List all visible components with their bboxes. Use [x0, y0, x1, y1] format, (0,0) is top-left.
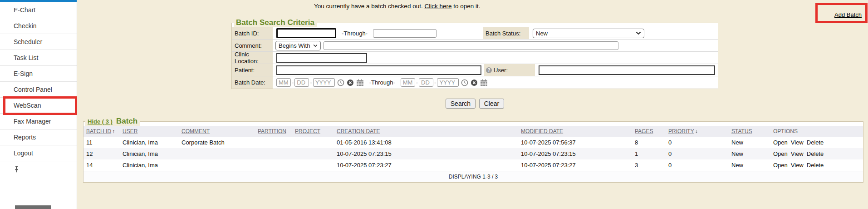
- batch-status-select[interactable]: New: [533, 29, 644, 38]
- cell-modified-date: 10-07-2025 07:56:37: [518, 137, 632, 148]
- sidebar-item-control-panel[interactable]: Control Panel: [0, 82, 77, 98]
- browser-status-bar: [15, 205, 51, 209]
- through-label: -Through-: [342, 30, 368, 37]
- cell-batch-id: 12: [83, 148, 120, 159]
- date-separator: -: [310, 79, 312, 86]
- sidebar-item-scheduler[interactable]: Scheduler: [0, 34, 77, 50]
- time-picker-icon[interactable]: [461, 79, 468, 86]
- cell-comment: [179, 159, 255, 171]
- table-footer-row: DISPLAYING 1-3 / 3: [83, 171, 863, 183]
- clear-button[interactable]: Clear: [479, 99, 504, 109]
- cell-project: [292, 137, 334, 148]
- view-batch-link[interactable]: View: [791, 162, 804, 169]
- cell-creation-date: 01-05-2016 13:41:08: [334, 137, 518, 148]
- help-icon[interactable]: ?: [486, 67, 492, 73]
- batch-status-value: New: [536, 30, 548, 37]
- hide-link[interactable]: Hide ( 3 ): [88, 118, 113, 125]
- date-separator: -: [292, 79, 294, 86]
- cell-partition: [255, 148, 292, 159]
- col-header-status[interactable]: STATUS: [729, 126, 770, 137]
- delete-batch-link[interactable]: Delete: [807, 162, 824, 169]
- col-header-pages[interactable]: PAGES: [632, 126, 666, 137]
- cell-options: OpenViewDelete: [770, 159, 863, 171]
- cell-partition: [255, 159, 292, 171]
- open-batch-link[interactable]: Open: [773, 162, 788, 169]
- sidebar-item-task-list[interactable]: Task List: [0, 50, 77, 66]
- cell-user: Clinician, Ima: [120, 137, 179, 148]
- cell-project: [292, 159, 334, 171]
- batch-date-row: Batch Date: - - -Through- - -: [232, 76, 718, 89]
- comment-label: Comment:: [232, 40, 273, 51]
- col-header-partition[interactable]: PARTITION: [255, 126, 292, 137]
- col-header-project[interactable]: PROJECT: [292, 126, 334, 137]
- click-here-link[interactable]: Click here: [424, 3, 451, 10]
- col-header-comment[interactable]: COMMENT: [179, 126, 255, 137]
- batch-date-to-year-input[interactable]: [437, 78, 459, 87]
- batch-date-from-month-input[interactable]: [276, 78, 291, 87]
- cell-status: New: [729, 137, 770, 148]
- cell-modified-date: 10-07-2025 07:23:15: [518, 148, 632, 159]
- batch-date-to-day-input[interactable]: [419, 78, 433, 87]
- view-batch-link[interactable]: View: [791, 150, 804, 157]
- comment-input[interactable]: [324, 41, 618, 50]
- user-label: User:: [494, 67, 508, 74]
- comment-match-select[interactable]: Begins With: [275, 41, 321, 50]
- clear-date-icon[interactable]: [471, 79, 478, 86]
- col-header-modified-date[interactable]: MODIFIED DATE: [518, 126, 632, 137]
- col-header-batch-id[interactable]: BATCH ID↑: [83, 126, 120, 137]
- sidebar-item-checkin[interactable]: Checkin: [0, 18, 77, 34]
- comment-match-value: Begins With: [279, 42, 310, 49]
- calendar-icon[interactable]: [356, 79, 364, 86]
- sidebar-item-fax-manager[interactable]: Fax Manager: [0, 114, 77, 129]
- sidebar-item-label: Control Panel: [14, 86, 52, 93]
- sidebar-item-label: Logout: [14, 149, 33, 157]
- add-batch-link[interactable]: Add Batch: [834, 11, 862, 18]
- patient-input[interactable]: [276, 65, 481, 75]
- sidebar-pin-toggle[interactable]: [0, 161, 77, 177]
- batch-id-row: Batch ID: -Through- Batch Status: New: [232, 27, 718, 40]
- user-input[interactable]: [539, 65, 715, 75]
- sort-asc-icon: ↑: [112, 128, 115, 134]
- user-label-cell: ? User:: [484, 64, 535, 76]
- delete-batch-link[interactable]: Delete: [807, 150, 824, 157]
- search-button[interactable]: Search: [446, 99, 476, 109]
- batch-search-criteria-panel: Batch Search Criteria Batch ID: -Through…: [231, 18, 718, 89]
- open-batch-link[interactable]: Open: [773, 139, 788, 146]
- batch-list-panel: Hide ( 3 ) Batch BATCH ID↑ USER COMMENT …: [83, 117, 863, 183]
- batch-id-label: Batch ID:: [232, 27, 273, 39]
- cell-pages: 8: [632, 137, 666, 148]
- cell-comment: Corporate Batch: [179, 137, 255, 148]
- view-batch-link[interactable]: View: [791, 139, 804, 146]
- batch-date-to-month-input[interactable]: [401, 78, 415, 87]
- cell-options: OpenViewDelete: [770, 148, 863, 159]
- clinic-location-row: Clinic Location:: [232, 52, 718, 64]
- calendar-icon[interactable]: [480, 79, 488, 86]
- col-header-priority[interactable]: PRIORITY↓: [666, 126, 729, 137]
- sidebar-item-webscan[interactable]: WebScan: [0, 98, 77, 114]
- paging-status: DISPLAYING 1-3 / 3: [83, 171, 863, 183]
- batch-date-from-year-input[interactable]: [313, 78, 335, 87]
- sidebar-item-e-sign[interactable]: E-Sign: [0, 66, 77, 82]
- sort-desc-icon: ↓: [695, 128, 698, 134]
- sidebar-item-label: E-Sign: [14, 70, 33, 77]
- cell-creation-date: 10-07-2025 07:23:15: [334, 148, 518, 159]
- checked-out-banner: You currently have a batch checked out. …: [314, 3, 481, 10]
- cell-project: [292, 148, 334, 159]
- clinic-location-input[interactable]: [276, 53, 367, 63]
- comment-row: Comment: Begins With: [232, 40, 718, 52]
- sidebar-item-e-chart[interactable]: E-Chart: [0, 2, 77, 18]
- open-batch-link[interactable]: Open: [773, 150, 788, 157]
- delete-batch-link[interactable]: Delete: [807, 139, 824, 146]
- clear-date-icon[interactable]: [347, 79, 354, 86]
- time-picker-icon[interactable]: [337, 79, 344, 86]
- batch-id-to-input[interactable]: [373, 29, 436, 38]
- sidebar-item-logout[interactable]: Logout: [0, 145, 77, 161]
- banner-text-pre: You currently have a batch checked out.: [314, 3, 423, 10]
- batch-date-from-day-input[interactable]: [294, 78, 309, 87]
- sidebar-item-reports[interactable]: Reports: [0, 129, 77, 145]
- sidebar-item-label: Scheduler: [14, 38, 42, 45]
- cell-options: OpenViewDelete: [770, 137, 863, 148]
- batch-id-from-input[interactable]: [276, 28, 336, 38]
- col-header-user[interactable]: USER: [120, 126, 179, 137]
- col-header-creation-date[interactable]: CREATION DATE: [334, 126, 518, 137]
